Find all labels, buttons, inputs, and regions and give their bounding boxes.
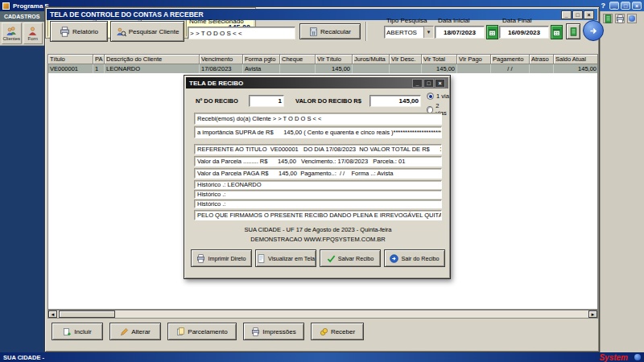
col-vlr-desc[interactable]: Vlr Desc. [390, 55, 422, 64]
sair-recibo-label: Sair do Recibo [401, 255, 439, 262]
export-toolbar-button[interactable] [603, 14, 613, 23]
col-cheque[interactable]: Cheque [280, 55, 316, 64]
printer-icon [251, 327, 260, 336]
imprimir-direto-button[interactable]: Imprimir Direto [191, 249, 252, 267]
data-inicial-field[interactable]: 18/07/2023 [435, 26, 485, 39]
receber-button[interactable]: Receber [311, 323, 364, 340]
historico3-field[interactable]: Histórico .: [194, 200, 442, 208]
data-final-field[interactable]: 16/09/2023 [499, 26, 549, 39]
check-icon [327, 254, 336, 263]
col-vlr-total[interactable]: Vlr Total [422, 55, 457, 64]
visualizar-tela-label: Visualizar em Tela [268, 255, 315, 262]
horizontal-scrollbar[interactable]: ◄ ► [47, 310, 598, 319]
col-vlr-pago[interactable]: Vlr Pago [457, 55, 491, 64]
export-button[interactable] [566, 23, 580, 39]
cliente-line-field[interactable]: Recebi(emos) do(a) Cliente > > T O D O S… [194, 113, 442, 125]
recalcular-button[interactable]: Recalcular [299, 23, 361, 39]
via1-radio-row[interactable]: 1 via [427, 93, 449, 100]
nome-selecionado-field[interactable]: > > T O D O S < < [188, 27, 295, 39]
tipo-pesquisa-select[interactable]: ABERTOS ▼ [384, 26, 434, 39]
sheet-icon [569, 27, 578, 36]
toolbar-separator [365, 22, 367, 41]
scroll-right-icon[interactable]: ► [588, 311, 597, 318]
cell-vlr-pago [457, 64, 491, 73]
nome-selecionado-label: Nome Selecionado [189, 18, 244, 25]
table-row[interactable]: VE000001 1 LEONARDO 17/08/2023 Avista 14… [48, 64, 597, 73]
cell-saldo-atual: 145,00 [554, 64, 598, 73]
menu-item-cadastros[interactable]: CADASTROS [0, 11, 44, 22]
incluir-button[interactable]: Incluir [52, 323, 103, 340]
tipo-pesquisa-label: Tipo Pesquisa [386, 17, 427, 24]
sair-recibo-button[interactable]: Sair do Recibo [384, 249, 445, 267]
scroll-left-icon[interactable]: ◄ [48, 311, 57, 318]
calendar-icon [552, 28, 561, 37]
col-pa[interactable]: PA [93, 55, 105, 64]
historico1-field[interactable]: Histórico .: LEONARDO [194, 180, 442, 189]
receipt-dialog-title: TELA DE RECIBO [189, 80, 243, 87]
referente-line-field: REFERENTE AO TITULO VE000001 DO DIA 17/0… [194, 144, 442, 154]
col-vlr-titulo[interactable]: Vlr Título [316, 55, 353, 64]
window-minimize-button[interactable]: _ [561, 10, 572, 19]
window-maximize-button[interactable]: □ [572, 10, 583, 19]
fornecedores-toolbar-button[interactable]: Forn [23, 23, 43, 44]
chevron-down-icon[interactable]: ▼ [423, 27, 433, 38]
col-saldo-atual[interactable]: Saldo Atual [554, 55, 598, 64]
col-pagamento[interactable]: Pagamento [491, 55, 530, 64]
col-vencimento[interactable]: Vencimento [200, 55, 243, 64]
via1-label: 1 via [436, 93, 449, 100]
via1-radio[interactable] [427, 93, 434, 100]
relatorio-button[interactable]: Relatório [50, 21, 108, 42]
window-close-button[interactable]: × [584, 10, 594, 19]
app-close-button[interactable]: × [632, 2, 642, 10]
help-icon[interactable]: ? [601, 2, 606, 10]
table-header: Título PA Descrição do Cliente Venciment… [48, 55, 597, 64]
recibo-numero-field[interactable]: 1 [249, 95, 284, 107]
salvar-recibo-button[interactable]: Salvar Recibo [320, 249, 381, 267]
scrollbar-thumb[interactable] [59, 311, 115, 318]
dialog-maximize-button[interactable]: □ [423, 79, 434, 88]
cell-cheque [280, 64, 316, 73]
parcelamento-button[interactable]: Parcelamento [167, 323, 237, 340]
clientes-toolbar-button[interactable]: Clientes [2, 23, 22, 44]
imprimir-direto-label: Imprimir Direto [208, 255, 246, 262]
coins-icon [320, 327, 328, 336]
col-atraso[interactable]: Atraso [530, 55, 554, 64]
recalcular-label: Recalcular [320, 28, 351, 35]
col-forma-pgto[interactable]: Forma pgto [243, 55, 280, 64]
globe-icon [629, 15, 635, 22]
document-icon [257, 254, 266, 263]
arrow-right-icon [588, 26, 599, 36]
info-toolbar-button[interactable] [627, 14, 637, 23]
visualizar-tela-button[interactable]: Visualizar em Tela [255, 249, 316, 267]
recibo-valor-field[interactable]: 145,00 [369, 95, 421, 107]
demonstracao-line: DEMONSTRACAO WWW.FPQSYSTEM.COM.BR [194, 236, 442, 243]
impressoes-button[interactable]: Impressões [243, 323, 304, 340]
print-toolbar-button[interactable] [615, 14, 625, 23]
receipt-dialog-title-bar[interactable]: TELA DE RECIBO _ □ × [186, 77, 448, 88]
receipt-dialog-controls: _ □ × [412, 79, 445, 88]
dialog-minimize-button[interactable]: _ [412, 79, 423, 88]
dialog-close-button[interactable]: × [435, 79, 445, 88]
col-juros-multa[interactable]: Juros/Multa [353, 55, 390, 64]
add-document-icon [63, 327, 72, 336]
app-maximize-button[interactable]: □ [621, 2, 630, 10]
app-minimize-button[interactable]: _ [609, 2, 619, 10]
receipt-dialog: TELA DE RECIBO _ □ × Nº DO RECIBO 1 VALO… [184, 75, 451, 279]
receipt-buttons-row: Imprimir Direto Visualizar em Tela Salva… [191, 249, 445, 267]
historico2-field[interactable]: Histórico .: [194, 190, 442, 199]
person-icon [27, 26, 38, 36]
status-bar: SUA CIDADE - System [0, 352, 644, 362]
data-inicial-calendar-button[interactable] [486, 25, 498, 39]
exit-arrow-icon [390, 254, 398, 263]
go-button[interactable] [583, 20, 604, 41]
col-descricao[interactable]: Descrição do Cliente [105, 55, 200, 64]
calculator-icon [309, 27, 318, 36]
people-icon [6, 26, 17, 36]
importancia-line-field[interactable]: a importância SUPRA de R$ 145,00 ( Cento… [194, 126, 442, 138]
col-titulo[interactable]: Título [48, 55, 93, 64]
fornecedores-label: Forn [28, 36, 38, 41]
data-final-calendar-button[interactable] [551, 25, 563, 39]
alterar-button[interactable]: Alterar [109, 323, 161, 340]
data-final-label: Data Final [502, 17, 531, 24]
pesquisar-cliente-button[interactable]: Pesquisar Cliente [110, 21, 184, 42]
